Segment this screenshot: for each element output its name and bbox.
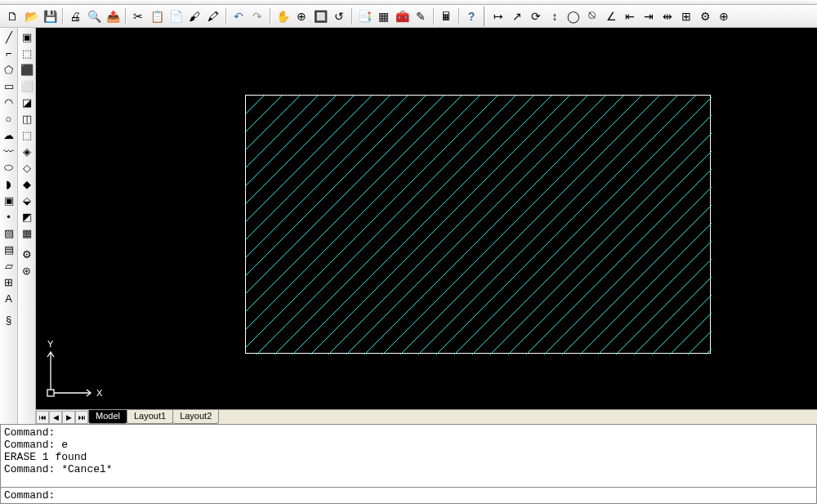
dim-ordinate-icon[interactable]: ↕ — [546, 7, 564, 25]
tab-model[interactable]: Model — [88, 410, 127, 424]
model-tool-l-icon[interactable]: ◩ — [20, 209, 34, 224]
markup-icon[interactable]: ✎ — [412, 7, 430, 25]
publish-icon[interactable]: 📤 — [104, 7, 122, 25]
model-tool-o-icon[interactable]: ⊛ — [20, 263, 34, 278]
zoom-plus-icon[interactable]: ⊕ — [292, 7, 310, 25]
tool-palettes-icon[interactable]: 🧰 — [393, 7, 411, 25]
region-icon[interactable]: ▱ — [2, 258, 16, 273]
calculator-icon[interactable]: 🖩 — [437, 7, 455, 25]
rectangle-icon[interactable]: ▭ — [2, 78, 16, 93]
tab-layout2[interactable]: Layout2 — [172, 410, 219, 424]
copy-icon[interactable]: 📋 — [148, 7, 166, 25]
svg-line-19 — [310, 96, 569, 355]
hatch-icon[interactable]: ▨ — [2, 225, 16, 240]
paste-icon[interactable]: 📄 — [167, 7, 185, 25]
sheet-set-icon[interactable]: ▦ — [374, 7, 392, 25]
dim-angular-icon[interactable]: ∠ — [602, 7, 620, 25]
properties-icon[interactable]: 📑 — [355, 7, 373, 25]
tab-nav-first[interactable]: ⏮ — [36, 411, 49, 424]
toolbar-separator — [458, 8, 460, 25]
circle-icon[interactable]: ○ — [2, 111, 16, 126]
preview-icon[interactable]: 🔍 — [85, 7, 103, 25]
open-icon[interactable]: 📂 — [22, 7, 40, 25]
pan-icon[interactable]: ✋ — [274, 7, 292, 25]
model-tool-f-icon[interactable]: ◫ — [20, 111, 34, 126]
model-tool-d-icon[interactable]: ⬜ — [20, 78, 34, 93]
redo-icon[interactable]: ↷ — [248, 7, 266, 25]
model-tool-a-icon[interactable]: ▣ — [20, 29, 34, 44]
arc-icon[interactable]: ◠ — [2, 95, 16, 109]
print-icon[interactable]: 🖨 — [66, 7, 84, 25]
model-tool-b-icon[interactable]: ⬚ — [20, 46, 34, 60]
dim-aligned-icon[interactable]: ↗ — [508, 7, 526, 25]
tab-nav-last[interactable]: ⏭ — [75, 411, 88, 424]
dim-tolerance-icon[interactable]: ⚙ — [696, 7, 714, 25]
svg-line-12 — [246, 96, 444, 355]
drawing-canvas[interactable]: X Y — [36, 28, 817, 409]
svg-line-38 — [652, 96, 712, 355]
svg-rect-42 — [47, 390, 54, 396]
dim-diameter-icon[interactable]: ⦰ — [583, 7, 601, 25]
dim-continue-icon[interactable]: ⇹ — [659, 7, 676, 25]
svg-line-3 — [246, 96, 282, 355]
zoom-window-icon[interactable]: 🔲 — [311, 7, 329, 25]
line-icon[interactable]: ╱ — [2, 29, 16, 44]
svg-line-15 — [246, 96, 498, 355]
tab-nav-next[interactable]: ▶ — [62, 411, 75, 424]
toolbar-separator — [125, 8, 127, 25]
block-insert-icon[interactable]: ▣ — [2, 193, 16, 207]
model-tool-e-icon[interactable]: ◪ — [20, 95, 34, 109]
help-icon[interactable]: ? — [462, 7, 480, 25]
zoom-previous-icon[interactable]: ↺ — [330, 7, 348, 25]
model-tool-k-icon[interactable]: ⬙ — [20, 193, 34, 207]
command-input[interactable]: Command: — [0, 488, 817, 504]
text-icon[interactable]: A — [2, 291, 16, 306]
layout-tabs: ⏮ ◀ ▶ ⏭ Model Layout1 Layout2 — [36, 409, 817, 424]
ucs-x-label: X — [96, 388, 103, 398]
point-icon[interactable]: • — [2, 209, 16, 224]
toolbar-separator — [351, 8, 353, 25]
undo-icon[interactable]: ↶ — [230, 7, 248, 25]
svg-line-8 — [246, 96, 372, 355]
match-props-icon[interactable]: 🖌 — [185, 7, 203, 25]
gradient-icon[interactable]: ▤ — [2, 242, 16, 256]
polygon-icon[interactable]: ⬠ — [2, 62, 16, 77]
svg-line-7 — [246, 96, 354, 355]
model-tool-h-icon[interactable]: ◈ — [20, 144, 34, 158]
table-icon[interactable]: ⊞ — [2, 274, 16, 289]
polyline-icon[interactable]: ⌐ — [2, 46, 16, 60]
model-tool-j-icon[interactable]: ◆ — [20, 176, 34, 191]
toolbar-docking-handle[interactable] — [484, 7, 487, 26]
save-icon[interactable]: 💾 — [41, 7, 59, 25]
draw-toolbar: ╱ ⌐ ⬠ ▭ ◠ ○ ☁ 〰 ⬭ ◗ ▣ • ▨ ▤ ▱ ⊞ A § — [0, 28, 18, 424]
model-tool-n-icon[interactable]: ⚙ — [20, 247, 34, 261]
helix-icon[interactable]: § — [2, 312, 16, 327]
dim-quick-icon[interactable]: ⇤ — [621, 7, 639, 25]
model-tool-m-icon[interactable]: ▦ — [20, 225, 34, 240]
tab-layout1[interactable]: Layout1 — [127, 410, 173, 424]
dim-break-icon[interactable]: ⊞ — [677, 7, 695, 25]
svg-line-21 — [346, 96, 605, 355]
dim-center-icon[interactable]: ⊕ — [715, 7, 733, 25]
model-tool-c-icon[interactable]: ⬛ — [20, 62, 34, 77]
svg-line-23 — [382, 96, 641, 355]
dim-radius-icon[interactable]: ◯ — [565, 7, 583, 25]
model-tool-i-icon[interactable]: ◇ — [20, 160, 34, 175]
ucs-icon: X Y — [46, 337, 111, 403]
command-history[interactable]: Command: Command: e ERASE 1 found Comman… — [0, 424, 817, 488]
revcloud-icon[interactable]: ☁ — [2, 127, 16, 142]
brush-icon[interactable]: 🖍 — [204, 7, 222, 25]
dim-linear-icon[interactable]: ↦ — [489, 7, 507, 25]
hatched-rectangle[interactable] — [245, 95, 711, 354]
model-tool-g-icon[interactable]: ⬚ — [20, 127, 34, 142]
ellipse-arc-icon[interactable]: ◗ — [2, 176, 16, 191]
cut-icon[interactable]: ✂ — [129, 7, 147, 25]
spline-icon[interactable]: 〰 — [2, 144, 16, 158]
dim-arc-icon[interactable]: ⟳ — [527, 7, 545, 25]
ellipse-icon[interactable]: ⬭ — [2, 160, 16, 175]
tab-nav-prev[interactable]: ◀ — [49, 411, 62, 424]
command-window: Command: Command: e ERASE 1 found Comman… — [0, 424, 817, 504]
new-icon[interactable]: 🗋 — [3, 7, 21, 25]
dim-baseline-icon[interactable]: ⇥ — [640, 7, 658, 25]
svg-line-14 — [246, 96, 480, 355]
